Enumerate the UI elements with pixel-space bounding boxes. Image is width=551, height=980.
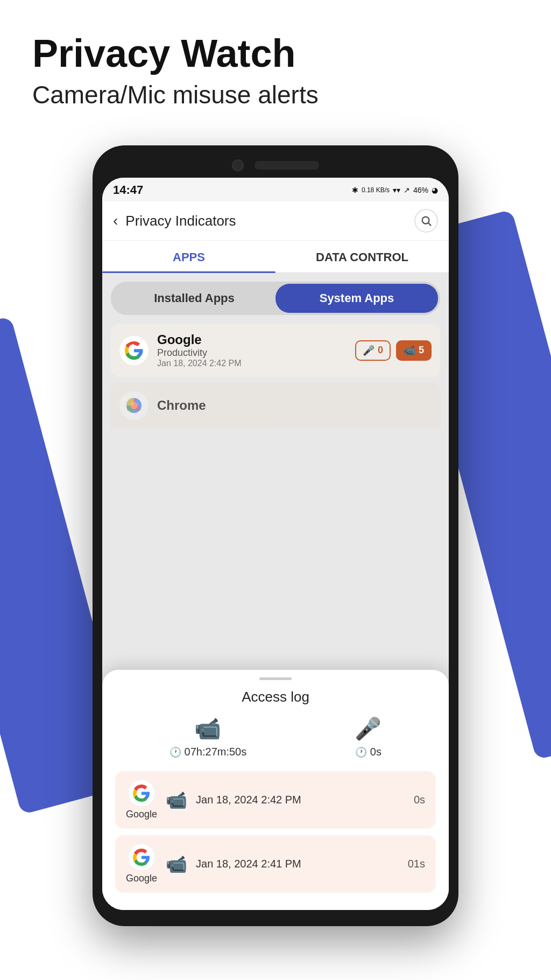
log-app-label-0: Google xyxy=(126,809,157,820)
signal-icon: ↗ xyxy=(404,186,410,194)
phone-screen: 14:47 ✱ 0.18 KB/s ▾▾ ↗ 46% ◕ ‹ Privacy I… xyxy=(102,178,449,910)
cam-count: 5 xyxy=(419,345,424,356)
log-date-0: Jan 18, 2024 2:42 PM xyxy=(196,794,405,806)
camera-stat-icon: 📹 xyxy=(194,716,221,741)
log-duration-0: 0s xyxy=(414,794,425,806)
mic-stat-time: 🕐 0s xyxy=(355,746,382,758)
svg-line-1 xyxy=(428,223,431,226)
google-app-name: Google xyxy=(157,332,347,347)
app-bar-title: Privacy Indicators xyxy=(125,213,236,229)
log-google-icon-1 xyxy=(128,844,155,871)
sub-title: Camera/Mic misuse alerts xyxy=(32,80,319,109)
camera-stat-time: 🕐 07h:27m:50s xyxy=(169,746,247,758)
search-icon xyxy=(420,215,432,227)
mic-stat: 🎤 🕐 0s xyxy=(355,716,382,758)
sheet-handle xyxy=(259,677,292,680)
bluetooth-icon: ✱ xyxy=(352,186,358,194)
log-entry-1-app: Google xyxy=(126,844,157,884)
status-icons: ✱ 0.18 KB/s ▾▾ ↗ 46% ◕ xyxy=(352,186,438,194)
phone-mockup: 14:47 ✱ 0.18 KB/s ▾▾ ↗ 46% ◕ ‹ Privacy I… xyxy=(93,145,458,926)
clock-icon-mic: 🕐 xyxy=(355,746,367,758)
battery-icon: ◕ xyxy=(432,186,438,194)
google-app-badges: 🎤 0 📹 5 xyxy=(355,340,432,361)
installed-apps-toggle[interactable]: Installed Apps xyxy=(113,284,276,313)
app-item-chrome[interactable]: Chrome xyxy=(111,382,440,429)
content-area: Installed Apps System Apps xyxy=(102,273,449,910)
mic-badge: 🎤 0 xyxy=(355,340,391,361)
app-item-google[interactable]: Google Productivity Jan 18, 2024 2:42 PM… xyxy=(111,324,440,377)
mic-duration: 0s xyxy=(370,746,382,758)
back-button[interactable]: ‹ xyxy=(113,212,118,229)
bottom-sheet: Access log 📹 🕐 07h:27m:50s 🎤 🕐 xyxy=(102,670,449,910)
main-title: Privacy Watch xyxy=(32,32,319,75)
speaker-bar xyxy=(255,161,319,170)
wifi-icon: ▾▾ xyxy=(393,186,400,194)
tab-data-control[interactable]: DATA CONTROL xyxy=(276,241,449,272)
camera-duration: 07h:27m:50s xyxy=(185,746,247,758)
chrome-app-name: Chrome xyxy=(157,398,432,413)
chrome-app-info: Chrome xyxy=(157,398,432,413)
header-area: Privacy Watch Camera/Mic misuse alerts xyxy=(32,32,319,109)
log-date-1: Jan 18, 2024 2:41 PM xyxy=(196,858,399,870)
svg-point-0 xyxy=(422,217,429,224)
mic-icon: 🎤 xyxy=(363,345,375,356)
google-app-icon xyxy=(119,336,149,365)
log-cam-icon-1: 📹 xyxy=(166,854,187,874)
log-google-icon-0 xyxy=(128,780,155,807)
camera-stat: 📹 🕐 07h:27m:50s xyxy=(169,716,247,758)
chrome-app-icon xyxy=(119,391,149,420)
status-time: 14:47 xyxy=(113,183,143,197)
search-button[interactable] xyxy=(414,209,438,233)
battery-percent: 46% xyxy=(413,186,428,194)
google-app-info: Google Productivity Jan 18, 2024 2:42 PM xyxy=(157,332,347,368)
tab-apps[interactable]: APPS xyxy=(102,241,276,272)
cam-icon: 📹 xyxy=(404,345,415,356)
sheet-title: Access log xyxy=(115,689,436,705)
log-entry-1[interactable]: Google 📹 Jan 18, 2024 2:41 PM 01s xyxy=(115,835,436,893)
app-bar: ‹ Privacy Indicators xyxy=(102,201,449,241)
app-bar-left: ‹ Privacy Indicators xyxy=(113,212,236,229)
status-bar: 14:47 ✱ 0.18 KB/s ▾▾ ↗ 46% ◕ xyxy=(102,178,449,201)
phone-top xyxy=(102,155,449,178)
tab-bar: APPS DATA CONTROL xyxy=(102,241,449,273)
app-toggle: Installed Apps System Apps xyxy=(111,282,440,315)
log-entry-0[interactable]: Google 📹 Jan 18, 2024 2:42 PM 0s xyxy=(115,771,436,829)
system-apps-toggle[interactable]: System Apps xyxy=(276,284,438,313)
log-cam-icon-0: 📹 xyxy=(166,790,187,810)
data-rate: 0.18 KB/s xyxy=(362,186,390,194)
cam-badge: 📹 5 xyxy=(396,340,432,361)
log-details-0: Jan 18, 2024 2:42 PM xyxy=(196,794,405,806)
log-entry-0-app: Google xyxy=(126,780,157,820)
front-camera xyxy=(232,159,244,171)
google-app-category: Productivity xyxy=(157,347,347,359)
clock-icon-cam: 🕐 xyxy=(169,746,181,758)
log-app-label-1: Google xyxy=(126,873,157,884)
log-duration-1: 01s xyxy=(408,858,425,870)
mic-stat-icon: 🎤 xyxy=(355,716,382,741)
google-app-date: Jan 18, 2024 2:42 PM xyxy=(157,359,347,368)
mic-count: 0 xyxy=(378,345,383,356)
access-stats: 📹 🕐 07h:27m:50s 🎤 🕐 0s xyxy=(115,716,436,758)
log-details-1: Jan 18, 2024 2:41 PM xyxy=(196,858,399,870)
